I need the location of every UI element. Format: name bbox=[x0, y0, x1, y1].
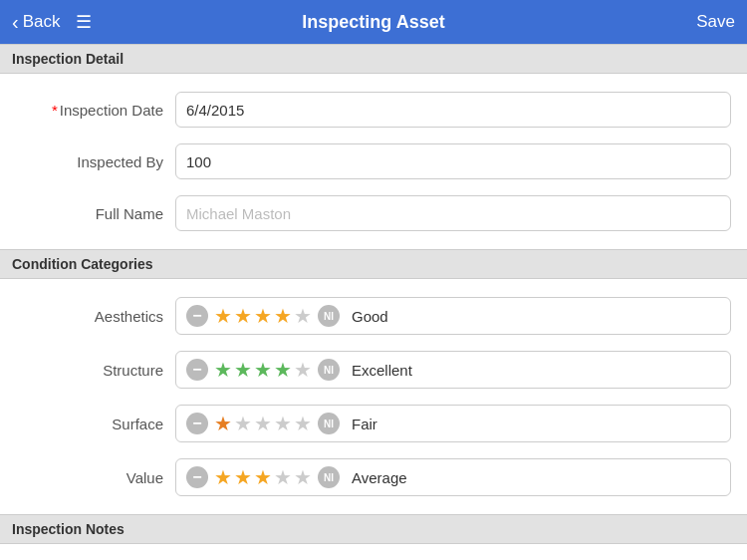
star-1: ★ bbox=[214, 412, 232, 435]
star-1: ★ bbox=[214, 358, 232, 382]
inspection-notes-section: Notes Overall decent shape. The surface … bbox=[0, 544, 747, 560]
star-3: ★ bbox=[254, 465, 272, 489]
star-3: ★ bbox=[254, 358, 272, 382]
aesthetics-minus[interactable]: − bbox=[186, 305, 208, 327]
inspection-detail-header: Inspection Detail bbox=[0, 44, 747, 74]
aesthetics-control[interactable]: − ★ ★ ★ ★ ★ NI Good bbox=[175, 297, 731, 335]
save-button[interactable]: Save bbox=[696, 12, 735, 32]
aesthetics-row: Aesthetics − ★ ★ ★ ★ ★ NI Good bbox=[0, 289, 747, 343]
back-label: Back bbox=[23, 12, 61, 32]
structure-minus[interactable]: − bbox=[186, 359, 208, 381]
inspected-by-label: Inspected By bbox=[16, 153, 175, 170]
star-2: ★ bbox=[234, 358, 252, 382]
full-name-label: Full Name bbox=[16, 205, 175, 222]
surface-text: Fair bbox=[352, 416, 377, 432]
required-star: * bbox=[52, 102, 58, 119]
inspection-date-row: *Inspection Date bbox=[0, 84, 747, 136]
structure-ni[interactable]: NI bbox=[318, 359, 340, 381]
value-stars: ★ ★ ★ ★ ★ bbox=[214, 465, 312, 489]
structure-stars: ★ ★ ★ ★ ★ bbox=[214, 358, 312, 382]
notes-row: Notes Overall decent shape. The surface … bbox=[0, 554, 747, 560]
star-4: ★ bbox=[274, 412, 292, 435]
star-1: ★ bbox=[214, 465, 232, 489]
star-3: ★ bbox=[254, 304, 272, 328]
star-3: ★ bbox=[254, 412, 272, 435]
star-2: ★ bbox=[234, 465, 252, 489]
condition-categories-header: Condition Categories bbox=[0, 249, 747, 279]
surface-control[interactable]: − ★ ★ ★ ★ ★ NI Fair bbox=[175, 405, 731, 442]
structure-control[interactable]: − ★ ★ ★ ★ ★ NI Excellent bbox=[175, 351, 731, 389]
aesthetics-ni[interactable]: NI bbox=[318, 305, 340, 327]
star-5: ★ bbox=[294, 412, 312, 435]
surface-stars: ★ ★ ★ ★ ★ bbox=[214, 412, 312, 435]
star-2: ★ bbox=[234, 304, 252, 328]
surface-minus[interactable]: − bbox=[186, 413, 208, 434]
condition-categories-section: Aesthetics − ★ ★ ★ ★ ★ NI Good Structure… bbox=[0, 279, 747, 514]
full-name-row: Full Name bbox=[0, 187, 747, 239]
surface-row: Surface − ★ ★ ★ ★ ★ NI Fair bbox=[0, 397, 747, 450]
page-title: Inspecting Asset bbox=[302, 12, 444, 33]
aesthetics-label: Aesthetics bbox=[16, 308, 175, 325]
back-icon: ‹ bbox=[12, 12, 19, 32]
value-ni[interactable]: NI bbox=[318, 466, 340, 488]
star-1: ★ bbox=[214, 304, 232, 328]
star-5: ★ bbox=[294, 465, 312, 489]
value-row: Value − ★ ★ ★ ★ ★ NI Average bbox=[0, 450, 747, 504]
star-2: ★ bbox=[234, 412, 252, 435]
star-4: ★ bbox=[274, 465, 292, 489]
star-5: ★ bbox=[294, 358, 312, 382]
value-text: Average bbox=[352, 469, 407, 486]
back-button[interactable]: ‹ Back bbox=[12, 12, 60, 32]
surface-ni[interactable]: NI bbox=[318, 413, 340, 434]
star-5: ★ bbox=[294, 304, 312, 328]
inspection-date-label: *Inspection Date bbox=[16, 102, 175, 119]
star-4: ★ bbox=[274, 304, 292, 328]
inspected-by-row: Inspected By bbox=[0, 136, 747, 187]
aesthetics-text: Good bbox=[352, 308, 388, 325]
star-4: ★ bbox=[274, 358, 292, 382]
full-name-input[interactable] bbox=[175, 195, 731, 231]
inspection-notes-header: Inspection Notes bbox=[0, 514, 747, 544]
aesthetics-stars: ★ ★ ★ ★ ★ bbox=[214, 304, 312, 328]
inspected-by-input[interactable] bbox=[175, 143, 731, 179]
inspection-date-input[interactable] bbox=[175, 92, 731, 128]
structure-row: Structure − ★ ★ ★ ★ ★ NI Excellent bbox=[0, 343, 747, 397]
value-label: Value bbox=[16, 469, 175, 486]
inspection-detail-section: *Inspection Date Inspected By Full Name bbox=[0, 74, 747, 249]
value-control[interactable]: − ★ ★ ★ ★ ★ NI Average bbox=[175, 458, 731, 496]
header: ‹ Back ☰ Inspecting Asset Save bbox=[0, 0, 747, 44]
surface-label: Surface bbox=[16, 416, 175, 432]
menu-icon[interactable]: ☰ bbox=[76, 11, 92, 33]
structure-label: Structure bbox=[16, 362, 175, 379]
value-minus[interactable]: − bbox=[186, 466, 208, 488]
structure-text: Excellent bbox=[352, 362, 412, 379]
